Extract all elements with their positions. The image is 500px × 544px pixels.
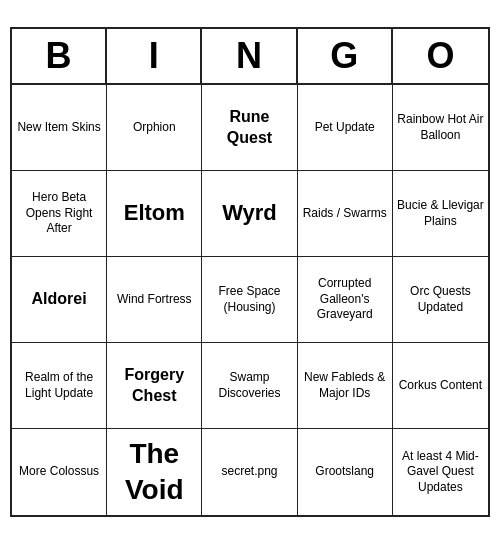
bingo-cell-16: Forgery Chest bbox=[107, 343, 202, 429]
bingo-cell-24: At least 4 Mid-Gavel Quest Updates bbox=[393, 429, 488, 515]
bingo-cell-14: Orc Quests Updated bbox=[393, 257, 488, 343]
bingo-cell-5: Hero Beta Opens Right After bbox=[12, 171, 107, 257]
bingo-cell-4: Rainbow Hot Air Balloon bbox=[393, 85, 488, 171]
bingo-cell-15: Realm of the Light Update bbox=[12, 343, 107, 429]
bingo-cell-0: New Item Skins bbox=[12, 85, 107, 171]
bingo-letter-n: N bbox=[202, 29, 297, 83]
bingo-grid: New Item SkinsOrphionRune QuestPet Updat… bbox=[12, 85, 488, 515]
bingo-cell-10: Aldorei bbox=[12, 257, 107, 343]
bingo-cell-13: Corrupted Galleon's Graveyard bbox=[298, 257, 393, 343]
bingo-letter-i: I bbox=[107, 29, 202, 83]
bingo-cell-11: Wind Fortress bbox=[107, 257, 202, 343]
bingo-letter-b: B bbox=[12, 29, 107, 83]
bingo-cell-7: Wyrd bbox=[202, 171, 297, 257]
bingo-letter-g: G bbox=[298, 29, 393, 83]
bingo-cell-17: Swamp Discoveries bbox=[202, 343, 297, 429]
bingo-cell-6: Eltom bbox=[107, 171, 202, 257]
bingo-letter-o: O bbox=[393, 29, 488, 83]
bingo-cell-19: Corkus Content bbox=[393, 343, 488, 429]
bingo-cell-9: Bucie & Llevigar Plains bbox=[393, 171, 488, 257]
bingo-cell-21: The Void bbox=[107, 429, 202, 515]
bingo-header: BINGO bbox=[12, 29, 488, 85]
bingo-cell-23: Grootslang bbox=[298, 429, 393, 515]
bingo-cell-1: Orphion bbox=[107, 85, 202, 171]
bingo-card: BINGO New Item SkinsOrphionRune QuestPet… bbox=[10, 27, 490, 517]
bingo-cell-18: New Fableds & Major IDs bbox=[298, 343, 393, 429]
bingo-cell-22: secret.png bbox=[202, 429, 297, 515]
bingo-cell-12: Free Space (Housing) bbox=[202, 257, 297, 343]
bingo-cell-8: Raids / Swarms bbox=[298, 171, 393, 257]
bingo-cell-2: Rune Quest bbox=[202, 85, 297, 171]
bingo-cell-20: More Colossus bbox=[12, 429, 107, 515]
bingo-cell-3: Pet Update bbox=[298, 85, 393, 171]
